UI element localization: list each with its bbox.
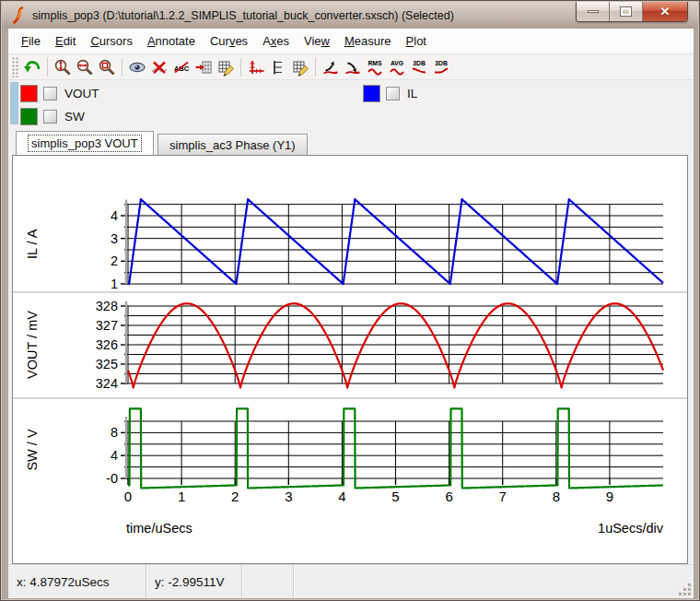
move-curve-grid-icon[interactable]: [192, 56, 215, 78]
svg-text:325: 325: [96, 357, 118, 371]
zoom-box-icon[interactable]: [96, 56, 118, 78]
menu-file[interactable]: File: [14, 30, 48, 52]
toolbar-grip[interactable]: [12, 57, 18, 77]
svg-text:IL / A: IL / A: [25, 229, 40, 259]
curve-down-icon[interactable]: [342, 56, 364, 78]
tab-0[interactable]: simplis_pop3 VOUT: [16, 131, 154, 155]
svg-text:7: 7: [499, 489, 507, 504]
svg-text:1uSecs/div: 1uSecs/div: [598, 521, 664, 536]
svg-text:AVG: AVG: [391, 60, 403, 66]
svg-text:time/uSecs: time/uSecs: [126, 521, 192, 536]
curve-label: VOUT: [64, 87, 99, 100]
legend-selection-strip: [10, 82, 18, 124]
svg-text:3DB: 3DB: [435, 60, 448, 66]
undo-icon[interactable]: [21, 56, 43, 78]
toolbar-separator: [122, 58, 122, 77]
close-icon: ✕: [660, 6, 671, 18]
delete-curve-icon[interactable]: [148, 56, 170, 78]
status-filler: [294, 565, 694, 598]
window-title: simplis_pop3 (D:\tutorial\1.2.2_SIMPLIS_…: [32, 9, 454, 22]
svg-text:RMS: RMS: [368, 60, 382, 66]
svg-text:8: 8: [111, 425, 118, 440]
maximize-icon: [621, 7, 631, 16]
svg-text:8: 8: [553, 489, 560, 504]
db3-rise-icon[interactable]: 3DB: [430, 56, 452, 78]
legend-bar: VOUTSWIL: [8, 80, 694, 130]
menu-bar: FileEditCursorsAnnotateCurvesAxesViewMea…: [8, 29, 694, 53]
minimize-icon: [588, 10, 599, 13]
svg-text:SW / V: SW / V: [25, 429, 40, 470]
title-bar: simplis_pop3 (D:\tutorial\1.2.2_SIMPLIS_…: [2, 2, 698, 29]
toolbar: ABCRMSAVG3DB3DB: [8, 53, 694, 80]
curve-up-icon[interactable]: [320, 56, 342, 78]
svg-text:1: 1: [178, 489, 185, 504]
toolbar-separator: [315, 58, 316, 77]
menu-plot[interactable]: Plot: [399, 30, 434, 52]
svg-text:2: 2: [231, 489, 239, 504]
svg-text:1: 1: [111, 277, 118, 291]
menu-edit[interactable]: Edit: [48, 30, 83, 52]
svg-text:324: 324: [96, 376, 118, 391]
svg-text:4: 4: [111, 448, 118, 463]
zoom-x-icon[interactable]: [74, 56, 96, 78]
svg-text:326: 326: [96, 337, 118, 352]
svg-text:0: 0: [124, 489, 132, 504]
svg-text:9: 9: [606, 489, 613, 504]
curve-label: SW: [64, 110, 85, 124]
svg-text:3DB: 3DB: [413, 60, 426, 66]
menu-curves[interactable]: Curves: [203, 30, 255, 52]
close-button[interactable]: ✕: [643, 2, 687, 21]
curve-color-swatch[interactable]: [363, 85, 380, 102]
app-window: simplis_pop3 (D:\tutorial\1.2.2_SIMPLIS_…: [0, 0, 700, 601]
curve-checkbox[interactable]: [43, 87, 57, 100]
legend-item-vout: VOUT: [20, 84, 99, 102]
curve-label: IL: [407, 87, 417, 100]
svg-text:4: 4: [338, 489, 345, 504]
legend-item-il: IL: [363, 84, 417, 102]
resize-grip[interactable]: [679, 583, 691, 595]
curve-checkbox[interactable]: [43, 110, 57, 124]
avg-curve-icon[interactable]: AVG: [386, 56, 408, 78]
rms-curve-icon[interactable]: RMS: [364, 56, 386, 78]
status-panel-1: y: -2.99511V: [146, 565, 242, 598]
no-text-icon[interactable]: ABC: [170, 56, 192, 78]
svg-text:4: 4: [111, 208, 118, 223]
curve-color-swatch[interactable]: [20, 108, 38, 125]
eye-icon[interactable]: [126, 56, 148, 78]
svg-text:VOUT / mV: VOUT / mV: [25, 311, 40, 379]
waveform-plot-panel[interactable]: 1234IL / A324325326327328VOUT / mV-048SW…: [12, 155, 688, 564]
menu-measure[interactable]: Measure: [337, 30, 399, 52]
toolbar-separator: [47, 58, 48, 77]
window-controls: ✕: [576, 2, 688, 22]
tab-1[interactable]: simplis_ac3 Phase (Y1): [158, 134, 308, 155]
status-panel-2: [242, 565, 294, 598]
edit-grid-icon[interactable]: [215, 56, 237, 78]
legend-item-sw: SW: [20, 107, 85, 125]
menu-view[interactable]: View: [297, 30, 337, 52]
curve-color-swatch[interactable]: [20, 85, 38, 102]
menu-cursors[interactable]: Cursors: [83, 30, 140, 52]
menu-axes[interactable]: Axes: [255, 30, 297, 52]
app-logo-icon: [10, 6, 27, 25]
toolbar-separator: [240, 58, 241, 77]
status-panel-0: x: 4.87972uSecs: [8, 565, 146, 598]
db3-fall-icon[interactable]: 3DB: [408, 56, 430, 78]
svg-text:327: 327: [96, 318, 118, 333]
svg-text:3: 3: [111, 231, 118, 246]
svg-text:328: 328: [96, 299, 118, 313]
svg-text:-0: -0: [106, 471, 118, 486]
svg-text:6: 6: [445, 489, 452, 504]
menu-annotate[interactable]: Annotate: [140, 30, 203, 52]
status-bar: x: 4.87972uSecsy: -2.99511V: [8, 564, 694, 598]
edit-axis-icon[interactable]: [289, 56, 311, 78]
waveform-plot[interactable]: 1234IL / A324325326327328VOUT / mV-048SW…: [13, 156, 687, 563]
axis-ticks-icon[interactable]: [267, 56, 289, 78]
svg-text:2: 2: [111, 253, 118, 268]
curve-checkbox[interactable]: [386, 87, 400, 100]
svg-text:3: 3: [285, 489, 292, 504]
maximize-button[interactable]: [610, 2, 643, 21]
minimize-button[interactable]: [577, 2, 610, 21]
add-axes-icon[interactable]: [245, 56, 267, 78]
zoom-y-icon[interactable]: [52, 56, 74, 78]
tab-bar: simplis_pop3 VOUTsimplis_ac3 Phase (Y1): [8, 130, 694, 155]
